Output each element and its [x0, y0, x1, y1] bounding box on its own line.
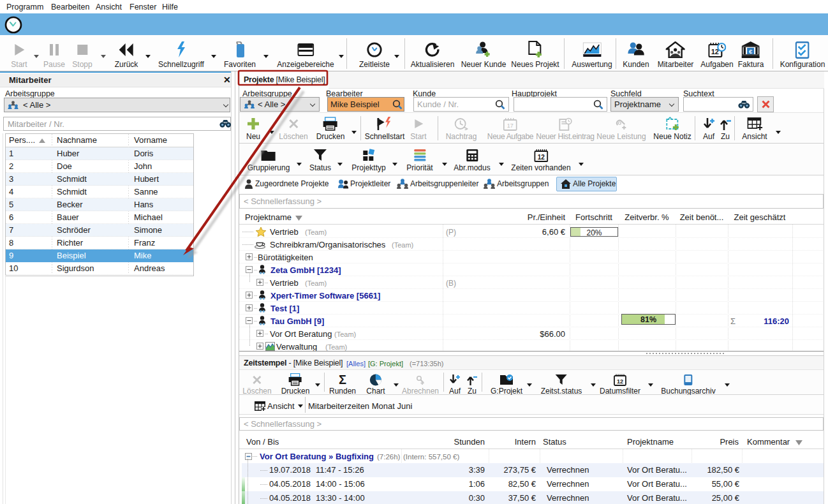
svg-text:12: 12	[537, 153, 545, 160]
svg-text:12: 12	[617, 378, 623, 384]
svg-text:€: €	[749, 48, 753, 55]
svg-text:17: 17	[507, 122, 514, 129]
